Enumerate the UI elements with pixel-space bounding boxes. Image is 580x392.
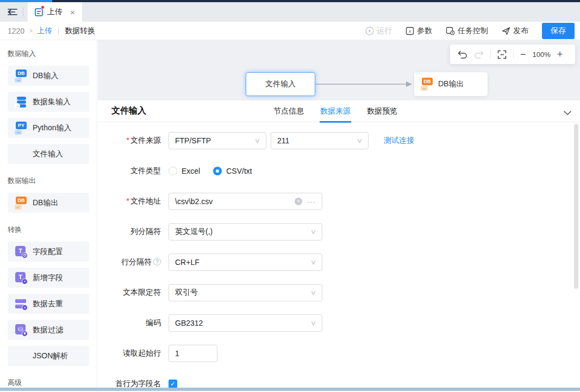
col-delimiter-select[interactable]: 英文逗号(,) ∨ (169, 223, 322, 241)
palette-item-field-config[interactable]: T⚙ 字段配置 (8, 242, 89, 262)
toolbar-divider (513, 50, 514, 59)
section-transform: 转换 (8, 219, 89, 235)
bottom-horizontal-scrollbar[interactable] (0, 388, 580, 391)
palette-item-db-input[interactable]: DB→ DB输入 (8, 66, 89, 86)
node-file-input[interactable]: 文件输入 (246, 72, 315, 96)
node-config-panel: 文件输入 节点信息 数据来源 数据预览 文件来源 FTP/SFTP ∨ 211 (98, 100, 580, 392)
run-button[interactable]: 运行 (365, 26, 392, 36)
chevron-down-icon: ∨ (357, 137, 363, 144)
page-title: 数据转换 (65, 26, 95, 36)
svg-text:x: x (408, 28, 411, 34)
tab-data-preview[interactable]: 数据预览 (367, 100, 397, 122)
breadcrumb-root: 1220 (8, 27, 24, 35)
undo-icon[interactable] (458, 50, 467, 59)
palette-item-python-input[interactable]: PY→ Python输入 (8, 118, 89, 138)
section-data-output: 数据输出 (8, 170, 89, 186)
palette-item-json-parse[interactable]: JSON解析 (8, 346, 89, 366)
params-button[interactable]: x 参数 (406, 26, 432, 36)
breadcrumb-parent-link[interactable]: 上传 (37, 26, 52, 36)
radio-excel-label: Excel (182, 167, 200, 175)
dedup-icon: × (15, 298, 28, 311)
add-field-icon: T+ (15, 271, 28, 284)
row-file-source: 文件来源 FTP/SFTP ∨ 211 ∨ 测试连接 (109, 132, 580, 149)
zoom-in-icon[interactable]: + (557, 49, 563, 59)
text-qualifier-label: 文本限定符 (109, 288, 161, 298)
row-start-row: 读取起始行 1 (109, 345, 580, 362)
palette-item-dedup[interactable]: × 数据去重 (8, 294, 89, 314)
main-area: 数据输入 DB→ DB输入 → 数据集输入 PY→ Python输入 文件输入 … (0, 40, 580, 392)
file-type-label: 文件类型 (109, 166, 161, 176)
text-qualifier-select[interactable]: 双引号 ∨ (169, 284, 322, 301)
fit-view-icon[interactable] (497, 50, 507, 59)
palette-item-file-input[interactable]: 文件输入 (8, 144, 89, 164)
browse-files-ellipsis-icon[interactable]: ··· (307, 198, 316, 206)
redo-icon[interactable] (474, 50, 484, 59)
col-delimiter-label: 列分隔符 (109, 227, 161, 237)
radio-excel[interactable] (169, 167, 177, 175)
file-source-connection-select[interactable]: 211 ∨ (271, 132, 369, 149)
tab-node-info[interactable]: 节点信息 (273, 100, 304, 122)
dataset-input-icon: → (15, 96, 28, 109)
zoom-level: 100% (533, 50, 551, 59)
collapse-sidebar-icon[interactable] (5, 6, 20, 18)
row-file-type: 文件类型 Excel CSV/txt (109, 162, 580, 180)
clear-input-icon[interactable]: × (295, 198, 302, 205)
row-row-delimiter: 行分隔符? CR+LF ∨ (109, 254, 580, 271)
row-encoding: 编码 GB2312 ∨ (109, 314, 580, 332)
file-source-protocol-select[interactable]: FTP/SFTP ∨ (169, 132, 266, 149)
chevron-down-icon: ∨ (310, 319, 316, 327)
unsaved-dot-badge (41, 5, 45, 9)
task-control-button[interactable]: 任务控制 (446, 26, 488, 36)
tab-data-source[interactable]: 数据来源 (320, 100, 351, 122)
publish-button[interactable]: 发布 (502, 26, 528, 36)
encoding-label: 编码 (109, 318, 161, 328)
chevron-down-icon: ∨ (310, 258, 316, 266)
field-config-icon: T⚙ (15, 245, 28, 258)
encoding-select[interactable]: GB2312 ∨ (169, 314, 322, 332)
chevron-down-icon: ∨ (254, 137, 260, 144)
zoom-out-icon[interactable]: − (520, 49, 526, 59)
breadcrumb-toolbar: 1220 > 上传 数据转换 运行 x 参数 任务控制 发布 保存 (0, 22, 580, 40)
panel-form: 文件来源 FTP/SFTP ∨ 211 ∨ 测试连接 文件类型 Excel CS… (98, 122, 580, 392)
db-input-icon: DB→ (15, 69, 28, 83)
start-row-input[interactable]: 1 (169, 345, 217, 362)
node-palette-sidebar: 数据输入 DB→ DB输入 → 数据集输入 PY→ Python输入 文件输入 … (0, 40, 97, 392)
breadcrumb-separator-icon: > (29, 27, 33, 35)
section-data-input: 数据输入 (8, 49, 89, 59)
help-circle-icon[interactable]: ? (153, 258, 161, 265)
row-delimiter-select[interactable]: CR+LF ∨ (169, 254, 322, 271)
radio-csv-txt-label: CSV/txt (226, 167, 252, 175)
params-icon: x (406, 27, 414, 35)
tab-bar: 上传 × (0, 2, 580, 22)
breadcrumb-divider (58, 27, 59, 35)
tab-close-icon[interactable]: × (70, 8, 75, 16)
radio-csv-txt[interactable] (213, 167, 222, 175)
row-delimiter-label: 行分隔符? (109, 257, 161, 267)
flow-canvas[interactable]: − 100% + 文件输入 DB← DB输出 文件输入 节点信息 数据来源 数据… (98, 40, 580, 392)
tabbar-divider (23, 8, 23, 16)
palette-item-add-field[interactable]: T+ 新增字段 (8, 268, 89, 288)
start-row-label: 读取起始行 (109, 349, 161, 358)
palette-item-db-output[interactable]: DB← DB输出 (8, 193, 89, 213)
section-advanced: 高级 (8, 372, 89, 388)
panel-tabs: 节点信息 数据来源 数据预览 (273, 100, 397, 122)
tab-upload-label: 上传 (47, 7, 63, 17)
collapse-panel-chevron-icon[interactable] (564, 108, 571, 117)
palette-item-filter[interactable]: ⛁▼ 数据过滤 (8, 320, 89, 340)
python-input-icon: PY→ (15, 122, 28, 135)
test-connection-link[interactable]: 测试连接 (384, 136, 414, 146)
first-row-header-checkbox[interactable] (169, 380, 177, 388)
tab-upload[interactable]: 上传 × (28, 2, 82, 22)
node-db-output[interactable]: DB← DB输出 (414, 72, 488, 96)
file-path-input[interactable]: \csv\b2.csv × ··· (169, 193, 322, 210)
filter-icon: ⛁▼ (15, 324, 28, 337)
palette-item-dataset-input[interactable]: → 数据集输入 (8, 92, 89, 112)
panel-header: 文件输入 节点信息 数据来源 数据预览 (98, 100, 580, 122)
panel-vertical-scrollbar[interactable] (574, 124, 578, 289)
file-path-label: 文件地址 (109, 197, 161, 206)
save-button[interactable]: 保存 (542, 23, 575, 39)
panel-title: 文件输入 (111, 105, 146, 117)
file-source-label: 文件来源 (109, 136, 161, 146)
row-file-path: 文件地址 \csv\b2.csv × ··· (109, 193, 580, 210)
db-output-icon: DB← (15, 197, 28, 210)
